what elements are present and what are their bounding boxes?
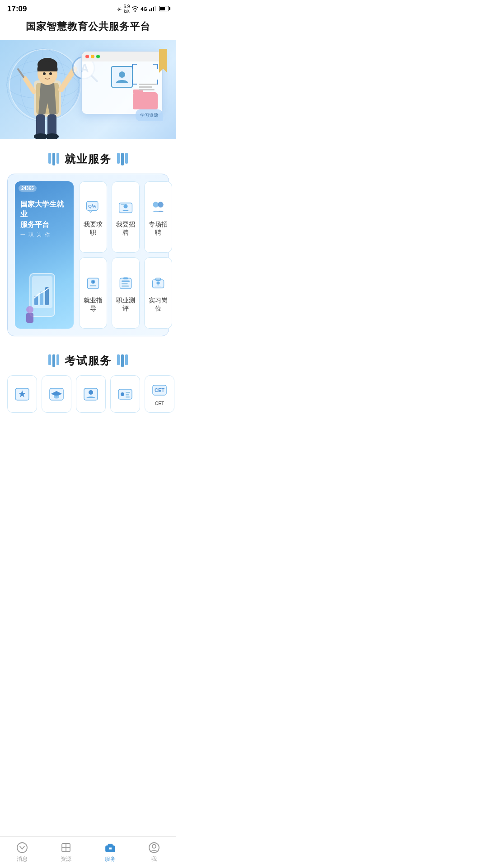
svg-rect-3 [155,6,156,11]
special-label: 专场招聘 [148,221,168,237]
screen-ui-decoration [81,51,163,114]
intern-label: 实习岗位 [148,297,168,313]
career-label: 职业测评 [116,297,136,313]
svg-text:CET: CET [155,387,164,393]
exam-icon-3 [83,386,99,402]
exam-deco-bar-3 [56,354,59,365]
promo-title: 国家大学生就业服务平台 [20,199,68,230]
svg-rect-2 [153,7,154,11]
exam-section: 考试服务 [0,336,176,420]
job-seek-label: 我要求职 [83,221,103,237]
exam-icon-cet: CET [151,382,168,398]
svg-rect-49 [123,277,128,279]
guide-label: 就业指导 [83,297,103,313]
hero-banner: A [0,40,176,139]
guide-icon: i [83,273,103,293]
exam-card-4[interactable] [110,375,140,413]
service-row-2: i 就业指导 职业测评 [79,257,172,329]
special-icon [148,197,168,217]
service-row-1: Q/A 我要求职 我要招 [79,181,172,253]
service-item-special[interactable]: 专场招聘 [144,181,172,253]
exam-card-3[interactable] [76,375,106,413]
status-icons: ⚹ 6.9k/s 4G [117,4,169,14]
exam-section-header: 考试服务 [0,341,176,375]
svg-rect-47 [122,283,128,284]
service-item-guide[interactable]: i 就业指导 [79,257,107,329]
page-header: 国家智慧教育公共服务平台 [0,16,176,40]
deco-bar-4 [117,153,120,164]
svg-rect-46 [122,281,130,282]
svg-text:Q/A: Q/A [88,203,96,208]
recruit-icon [116,197,136,217]
intern-icon [148,273,168,293]
svg-point-58 [89,390,93,395]
svg-rect-32 [26,313,33,323]
employment-title: 就业服务 [65,152,112,166]
deco-left [48,153,59,165]
exam-icon-2 [48,386,65,402]
svg-point-25 [119,71,125,78]
svg-line-17 [18,69,23,77]
cet-label: CET [155,401,164,406]
bluetooth-icon: ⚹ [117,6,122,12]
deco-bar-6 [125,153,128,164]
employment-section-header: 就业服务 [0,139,176,174]
svg-point-60 [121,392,124,396]
svg-text:i: i [93,281,93,283]
svg-point-14 [49,72,52,75]
service-item-intern[interactable]: 实习岗位 [144,257,172,329]
deco-bar-1 [48,153,51,164]
svg-point-21 [45,133,59,139]
exam-deco-bar-4 [117,354,120,365]
svg-point-13 [43,72,46,75]
career-icon [116,273,136,293]
svg-line-16 [25,78,34,92]
exam-card-1[interactable] [7,375,37,413]
svg-rect-61 [126,392,130,393]
promo-illustration [20,244,68,323]
deco-right [117,153,128,165]
recruit-label: 我要招聘 [116,221,136,237]
svg-point-52 [156,281,160,284]
exam-deco-bar-2 [52,354,55,367]
service-item-career[interactable]: 职业测评 [112,257,140,329]
employment-services-grid: Q/A 我要求职 我要招 [79,181,172,329]
promo-subtitle: 一·职·为·你 [20,231,68,238]
status-bar: 17:09 ⚹ 6.9k/s 4G [0,0,176,16]
employment-card: 24365 国家大学生就业服务平台 一·职·为·你 [7,174,169,336]
page-title: 国家智慧教育公共服务平台 [9,20,167,33]
service-item-job-seek[interactable]: Q/A 我要求职 [79,181,107,253]
exam-cards-row: CET CET [0,375,176,420]
deco-bar-3 [56,153,59,164]
svg-point-39 [158,202,164,208]
employment-promo-card[interactable]: 24365 国家大学生就业服务平台 一·职·为·你 [15,181,74,329]
status-time: 17:09 [7,5,27,14]
exam-deco-right [117,354,128,367]
svg-point-31 [26,306,33,313]
signal-bars-icon [149,6,156,13]
deco-bar-5 [121,153,124,165]
svg-rect-1 [151,8,152,11]
speed-indicator: 6.9k/s [123,4,130,14]
exam-deco-bar-5 [121,354,124,367]
deco-bar-2 [52,153,55,165]
exam-deco-bar-6 [125,354,128,365]
svg-rect-62 [126,394,129,396]
svg-rect-59 [118,389,132,399]
svg-point-38 [153,202,159,208]
wifi-icon [131,5,139,13]
job-seek-icon: Q/A [83,197,103,217]
exam-title: 考试服务 [65,354,112,368]
svg-rect-42 [90,285,96,287]
signal-icon: 4G [141,6,147,12]
svg-rect-0 [149,9,150,11]
svg-rect-48 [122,285,129,287]
exam-deco-left [48,354,59,367]
exam-card-2[interactable] [42,375,71,413]
exam-deco-bar-1 [48,354,51,365]
service-item-recruit[interactable]: 我要招聘 [112,181,140,253]
exam-card-cet[interactable]: CET CET [145,375,174,413]
exam-icon-1 [14,386,30,402]
exam-icon-4 [117,386,133,402]
badge-24365: 24365 [19,185,37,192]
